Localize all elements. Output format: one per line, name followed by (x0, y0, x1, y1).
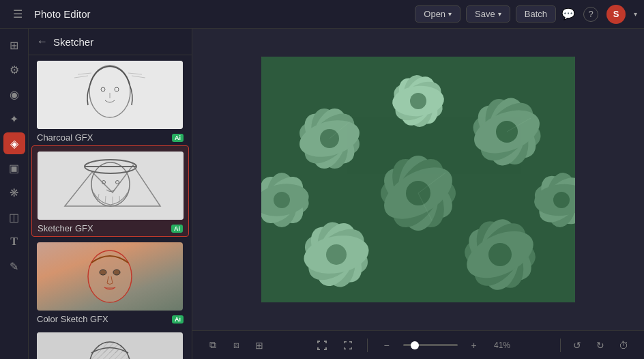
zoom-slider[interactable] (403, 344, 458, 346)
grid-tool-button[interactable]: ⊞ (250, 336, 269, 355)
effect-charcoal-name: Charcoal GFX (37, 132, 93, 143)
effect-crosshatch[interactable]: Cross Hatch GFX Ai (29, 327, 192, 359)
redo-button[interactable]: ↻ (591, 336, 610, 355)
sidebar-item-magic[interactable]: ✦ (3, 108, 25, 130)
effect-colorsketch-name: Color Sketch GFX (37, 314, 108, 324)
toolbar-center: − + 41% (273, 336, 553, 355)
toolbar-divider-2 (560, 339, 561, 352)
effect-sketcher-ai-badge: Ai (171, 225, 183, 233)
menu-icon[interactable]: ☰ (7, 3, 29, 25)
sidebar-item-text[interactable]: T (3, 231, 25, 253)
effect-sketcher[interactable]: Sketcher GFX Ai (31, 145, 189, 237)
avatar-chevron-icon: ▾ (634, 10, 637, 18)
effect-charcoal-label-row: Charcoal GFX Ai (37, 132, 184, 143)
sidebar-item-adjustments[interactable]: ⚙ (3, 59, 25, 81)
undo-button[interactable]: ↺ (568, 336, 587, 355)
effect-colorsketch[interactable]: Color Sketch GFX Ai (29, 237, 192, 327)
comment-icon[interactable]: 💬 (561, 8, 575, 20)
back-button[interactable]: ← (37, 35, 48, 48)
succulent-background (261, 57, 575, 302)
sidebar-item-layers[interactable]: ⊞ (3, 34, 25, 56)
save-button[interactable]: Save ▾ (466, 5, 510, 23)
effect-charcoal-thumbnail (37, 61, 183, 129)
effect-charcoal[interactable]: Charcoal GFX Ai (29, 55, 192, 145)
topbar: ☰ Photo Editor Open ▾ Save ▾ Batch 💬 ? S… (0, 0, 644, 29)
main-layout: ⊞ ⚙ ◉ ✦ ◈ ▣ ❋ ◫ T ✎ ← Sketcher (0, 29, 644, 359)
effect-sketcher-name: Sketcher GFX (38, 223, 93, 233)
sidebar-item-frames[interactable]: ▣ (3, 157, 25, 179)
sidebar-item-objects[interactable]: ❋ (3, 182, 25, 203)
help-icon[interactable]: ? (583, 7, 598, 22)
effects-list: Charcoal GFX Ai (29, 55, 192, 359)
panel-title: Sketcher (53, 36, 93, 48)
canvas-image (261, 57, 575, 302)
copy-tool-button[interactable]: ⧇ (226, 336, 246, 355)
zoom-out-button[interactable]: − (377, 336, 396, 355)
effect-charcoal-ai-badge: Ai (172, 134, 184, 142)
toolbar-right: ↺ ↻ ⏱ (557, 336, 633, 355)
sidebar-item-draw[interactable]: ✎ (3, 255, 25, 277)
svg-rect-9 (38, 152, 184, 220)
effects-panel: ← Sketcher (29, 29, 192, 359)
canvas-viewport[interactable] (192, 29, 644, 330)
history-button[interactable]: ⏱ (614, 336, 633, 355)
batch-button[interactable]: Batch (516, 5, 556, 23)
zoom-in-button[interactable]: + (465, 336, 484, 355)
svg-point-20 (88, 250, 132, 302)
svg-point-65 (488, 243, 512, 266)
open-button[interactable]: Open ▾ (415, 5, 460, 23)
svg-point-78 (274, 192, 290, 208)
canvas-area: ⧉ ⧇ ⊞ − + 41% (192, 29, 644, 359)
effect-sketcher-label-row: Sketcher GFX Ai (38, 223, 183, 233)
svg-point-58 (326, 244, 347, 265)
sidebar-item-eye[interactable]: ◉ (3, 83, 25, 105)
app-title: Photo Editor (34, 8, 398, 20)
effect-colorsketch-ai-badge: Ai (172, 315, 184, 324)
panel-header: ← Sketcher (29, 29, 192, 55)
fit-to-screen-button[interactable] (312, 336, 332, 355)
effect-crosshatch-thumbnail (37, 332, 183, 359)
svg-point-72 (410, 93, 426, 109)
svg-point-22 (113, 270, 120, 275)
zoom-fit-button[interactable] (338, 336, 357, 355)
toolbar-left: ⧉ ⧇ ⊞ (203, 336, 269, 355)
zoom-percent-label: 41% (491, 341, 514, 350)
avatar[interactable]: S (606, 5, 626, 24)
bottom-toolbar: ⧉ ⧇ ⊞ − + 41% (192, 330, 644, 359)
effect-colorsketch-label-row: Color Sketch GFX Ai (37, 314, 184, 324)
effect-colorsketch-thumbnail (37, 242, 183, 311)
icon-sidebar: ⊞ ⚙ ◉ ✦ ◈ ▣ ❋ ◫ T ✎ (0, 29, 29, 359)
toolbar-divider-1 (367, 339, 368, 352)
layers-tool-button[interactable]: ⧉ (203, 336, 222, 355)
sidebar-item-effects[interactable]: ◈ (3, 132, 25, 154)
svg-point-21 (100, 270, 106, 275)
svg-point-84 (553, 192, 570, 208)
sidebar-item-filter[interactable]: ◫ (3, 206, 25, 228)
effect-sketcher-thumbnail (38, 152, 184, 220)
